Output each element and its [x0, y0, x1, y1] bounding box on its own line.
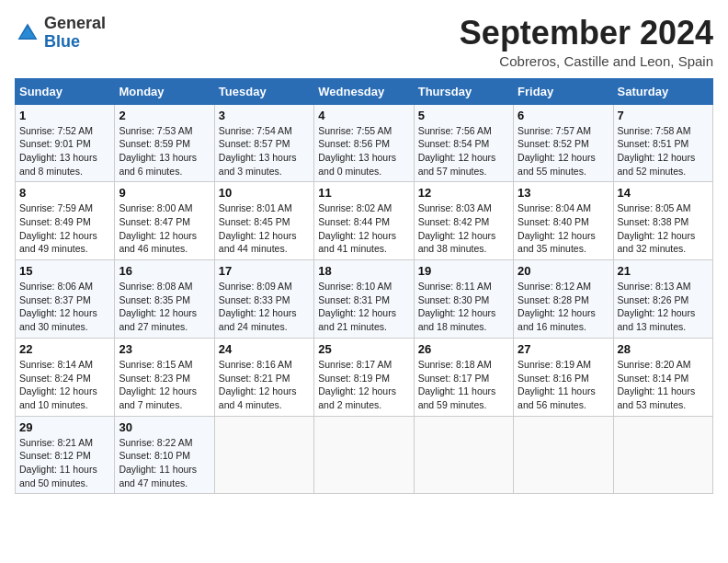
calendar-day-cell: 22Sunrise: 8:14 AMSunset: 8:24 PMDayligh… — [16, 338, 115, 416]
day-detail: Sunrise: 8:08 AMSunset: 8:35 PMDaylight:… — [119, 280, 210, 334]
calendar-day-cell: 10Sunrise: 8:01 AMSunset: 8:45 PMDayligh… — [214, 182, 313, 260]
day-number: 28 — [618, 342, 709, 356]
logo-general: General — [44, 14, 106, 32]
location: Cobreros, Castille and Leon, Spain — [460, 53, 713, 69]
calendar-day-cell: 20Sunrise: 8:12 AMSunset: 8:28 PMDayligh… — [514, 260, 613, 339]
calendar-day-cell: 24Sunrise: 8:16 AMSunset: 8:21 PMDayligh… — [214, 338, 313, 416]
day-detail: Sunrise: 7:52 AMSunset: 9:01 PMDaylight:… — [19, 124, 110, 178]
day-detail: Sunrise: 8:09 AMSunset: 8:33 PMDaylight:… — [219, 280, 310, 334]
month-title: September 2024 — [460, 15, 713, 52]
day-of-week-header: Sunday — [16, 78, 115, 104]
calendar-day-cell — [613, 416, 712, 494]
day-number: 25 — [318, 342, 409, 356]
day-detail: Sunrise: 8:20 AMSunset: 8:14 PMDaylight:… — [618, 358, 709, 412]
calendar-day-cell: 4Sunrise: 7:55 AMSunset: 8:56 PMDaylight… — [314, 104, 414, 182]
day-detail: Sunrise: 7:55 AMSunset: 8:56 PMDaylight:… — [318, 124, 409, 178]
day-detail: Sunrise: 8:04 AMSunset: 8:40 PMDaylight:… — [518, 201, 609, 256]
day-detail: Sunrise: 8:06 AMSunset: 8:37 PMDaylight:… — [19, 280, 110, 334]
day-detail: Sunrise: 8:10 AMSunset: 8:31 PMDaylight:… — [318, 280, 409, 334]
day-number: 13 — [518, 186, 609, 200]
day-number: 30 — [119, 420, 210, 434]
day-number: 23 — [119, 342, 210, 356]
day-number: 10 — [219, 186, 310, 200]
day-detail: Sunrise: 7:53 AMSunset: 8:59 PMDaylight:… — [119, 124, 210, 178]
calendar-day-cell: 28Sunrise: 8:20 AMSunset: 8:14 PMDayligh… — [613, 338, 712, 416]
calendar-day-cell: 9Sunrise: 8:00 AMSunset: 8:47 PMDaylight… — [115, 182, 214, 260]
day-detail: Sunrise: 8:12 AMSunset: 8:28 PMDaylight:… — [518, 280, 609, 334]
day-number: 6 — [518, 109, 609, 122]
day-of-week-header: Wednesday — [314, 78, 414, 104]
calendar-day-cell: 5Sunrise: 7:56 AMSunset: 8:54 PMDaylight… — [414, 104, 513, 182]
day-number: 17 — [219, 264, 310, 278]
calendar-week-row: 15Sunrise: 8:06 AMSunset: 8:37 PMDayligh… — [16, 260, 713, 339]
calendar-day-cell: 19Sunrise: 8:11 AMSunset: 8:30 PMDayligh… — [414, 260, 513, 339]
calendar-day-cell: 30Sunrise: 8:22 AMSunset: 8:10 PMDayligh… — [115, 416, 214, 494]
calendar-day-cell — [514, 416, 613, 494]
logo: General Blue — [15, 15, 106, 52]
day-detail: Sunrise: 8:11 AMSunset: 8:30 PMDaylight:… — [418, 280, 509, 334]
day-number: 15 — [19, 264, 110, 278]
logo-blue: Blue — [44, 32, 80, 51]
day-number: 7 — [618, 109, 709, 122]
day-number: 27 — [518, 342, 609, 356]
day-detail: Sunrise: 7:59 AMSunset: 8:49 PMDaylight:… — [19, 201, 110, 256]
calendar-day-cell: 21Sunrise: 8:13 AMSunset: 8:26 PMDayligh… — [613, 260, 712, 339]
day-of-week-header: Friday — [514, 78, 613, 104]
day-detail: Sunrise: 8:19 AMSunset: 8:16 PMDaylight:… — [518, 358, 609, 412]
day-number: 19 — [418, 264, 509, 278]
calendar-day-cell: 17Sunrise: 8:09 AMSunset: 8:33 PMDayligh… — [214, 260, 313, 339]
calendar-day-cell: 26Sunrise: 8:18 AMSunset: 8:17 PMDayligh… — [414, 338, 513, 416]
day-number: 11 — [318, 186, 409, 200]
day-detail: Sunrise: 7:54 AMSunset: 8:57 PMDaylight:… — [219, 124, 310, 178]
day-number: 18 — [318, 264, 409, 278]
day-detail: Sunrise: 8:15 AMSunset: 8:23 PMDaylight:… — [119, 358, 210, 412]
calendar-week-row: 1Sunrise: 7:52 AMSunset: 9:01 PMDaylight… — [16, 104, 713, 182]
day-detail: Sunrise: 8:01 AMSunset: 8:45 PMDaylight:… — [219, 201, 310, 256]
calendar-day-cell: 3Sunrise: 7:54 AMSunset: 8:57 PMDaylight… — [214, 104, 313, 182]
day-number: 22 — [19, 342, 110, 356]
calendar-day-cell: 18Sunrise: 8:10 AMSunset: 8:31 PMDayligh… — [314, 260, 414, 339]
calendar-day-cell: 16Sunrise: 8:08 AMSunset: 8:35 PMDayligh… — [115, 260, 214, 339]
day-number: 20 — [518, 264, 609, 278]
day-number: 4 — [318, 109, 409, 122]
day-detail: Sunrise: 8:16 AMSunset: 8:21 PMDaylight:… — [219, 358, 310, 412]
day-number: 12 — [418, 186, 509, 200]
page-header: General Blue September 2024 Cobreros, Ca… — [15, 15, 713, 69]
day-of-week-header: Monday — [115, 78, 214, 104]
calendar-day-cell: 23Sunrise: 8:15 AMSunset: 8:23 PMDayligh… — [115, 338, 214, 416]
calendar-day-cell: 29Sunrise: 8:21 AMSunset: 8:12 PMDayligh… — [16, 416, 115, 494]
day-detail: Sunrise: 7:57 AMSunset: 8:52 PMDaylight:… — [518, 124, 609, 178]
day-number: 1 — [19, 109, 110, 122]
calendar-day-cell — [414, 416, 513, 494]
day-number: 3 — [219, 109, 310, 122]
day-detail: Sunrise: 8:21 AMSunset: 8:12 PMDaylight:… — [19, 436, 110, 490]
day-detail: Sunrise: 8:22 AMSunset: 8:10 PMDaylight:… — [119, 436, 210, 490]
day-detail: Sunrise: 8:02 AMSunset: 8:44 PMDaylight:… — [318, 201, 409, 256]
day-detail: Sunrise: 7:58 AMSunset: 8:51 PMDaylight:… — [618, 124, 709, 178]
title-area: September 2024 Cobreros, Castille and Le… — [460, 15, 713, 69]
day-of-week-header: Tuesday — [214, 78, 313, 104]
day-number: 14 — [618, 186, 709, 200]
day-detail: Sunrise: 8:14 AMSunset: 8:24 PMDaylight:… — [19, 358, 110, 412]
day-of-week-header: Saturday — [613, 78, 712, 104]
calendar-day-cell: 1Sunrise: 7:52 AMSunset: 9:01 PMDaylight… — [16, 104, 115, 182]
day-number: 5 — [418, 109, 509, 122]
calendar-week-row: 29Sunrise: 8:21 AMSunset: 8:12 PMDayligh… — [16, 416, 713, 494]
day-number: 2 — [119, 109, 210, 122]
calendar-day-cell: 13Sunrise: 8:04 AMSunset: 8:40 PMDayligh… — [514, 182, 613, 260]
day-number: 24 — [219, 342, 310, 356]
calendar-day-cell: 12Sunrise: 8:03 AMSunset: 8:42 PMDayligh… — [414, 182, 513, 260]
calendar-day-cell: 15Sunrise: 8:06 AMSunset: 8:37 PMDayligh… — [16, 260, 115, 339]
calendar-week-row: 22Sunrise: 8:14 AMSunset: 8:24 PMDayligh… — [16, 338, 713, 416]
calendar-header-row: SundayMondayTuesdayWednesdayThursdayFrid… — [16, 78, 713, 104]
calendar-day-cell: 27Sunrise: 8:19 AMSunset: 8:16 PMDayligh… — [514, 338, 613, 416]
day-detail: Sunrise: 8:18 AMSunset: 8:17 PMDaylight:… — [418, 358, 509, 412]
calendar-day-cell: 25Sunrise: 8:17 AMSunset: 8:19 PMDayligh… — [314, 338, 414, 416]
day-detail: Sunrise: 8:03 AMSunset: 8:42 PMDaylight:… — [418, 201, 509, 256]
day-detail: Sunrise: 7:56 AMSunset: 8:54 PMDaylight:… — [418, 124, 509, 178]
calendar-day-cell: 14Sunrise: 8:05 AMSunset: 8:38 PMDayligh… — [613, 182, 712, 260]
day-number: 8 — [19, 186, 110, 200]
day-number: 16 — [119, 264, 210, 278]
day-detail: Sunrise: 8:00 AMSunset: 8:47 PMDaylight:… — [119, 201, 210, 256]
day-number: 29 — [19, 420, 110, 434]
